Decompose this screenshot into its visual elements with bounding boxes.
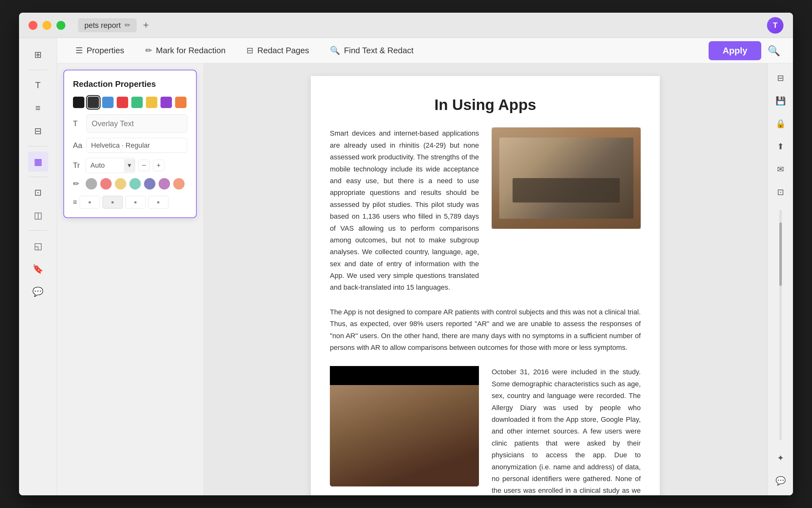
document-image-placeholder-1 (492, 127, 641, 229)
tab-add-button[interactable]: + (143, 19, 149, 31)
mark-for-redaction-label: Mark for Redaction (156, 46, 226, 55)
traffic-lights (29, 21, 65, 30)
size-decrease-button[interactable]: − (138, 160, 150, 171)
properties-label: Properties (87, 46, 124, 55)
color-swatch-green[interactable] (131, 97, 143, 108)
overlay-text-input[interactable] (86, 115, 187, 133)
color-swatch-darkgray[interactable] (87, 97, 99, 108)
right-panel-comment-icon[interactable]: 💬 (772, 472, 789, 489)
find-text-icon: 🔍 (330, 46, 340, 55)
titlebar: pets report ✏ + T (19, 13, 793, 38)
redact-bar (330, 366, 479, 385)
sidebar-stamp-icon[interactable]: ⊡ (28, 182, 48, 203)
sidebar-comment-icon[interactable]: 💬 (28, 282, 48, 302)
color-swatch-black[interactable] (73, 97, 84, 108)
left-sidebar: ⊞ T ≡ ⊟ ▦ ⊡ ◫ ◱ 🔖 💬 (19, 38, 57, 495)
highlight-swatch-purple[interactable] (159, 178, 170, 189)
highlight-swatch-gray[interactable] (86, 178, 97, 189)
align-justify-icon: ≡ (157, 200, 160, 205)
align-left-button[interactable]: ≡ (80, 196, 100, 209)
align-right-icon: ≡ (134, 200, 137, 205)
sidebar-divider-3 (29, 177, 48, 177)
sidebar-annotate-icon[interactable]: T (28, 75, 48, 95)
close-button[interactable] (29, 21, 37, 30)
sidebar-forms-icon[interactable]: ◫ (28, 205, 48, 225)
highlight-icon: ✏ (73, 179, 82, 188)
sidebar-thumbnail-icon[interactable]: ⊞ (28, 44, 48, 65)
right-panel-lock-icon[interactable]: 🔒 (772, 115, 789, 132)
right-panel-upload-icon[interactable]: ⬆ (772, 138, 789, 155)
size-increase-button[interactable]: + (153, 160, 164, 171)
right-panel-export-icon[interactable]: ⊡ (772, 184, 789, 200)
scrollbar-thumb[interactable] (779, 222, 782, 286)
apply-button[interactable]: Apply (708, 41, 761, 60)
color-swatch-blue[interactable] (102, 97, 114, 108)
redact-pages-button[interactable]: ⊟ Redact Pages (238, 42, 318, 59)
mark-for-redaction-button[interactable]: ✏ Mark for Redaction (137, 42, 235, 59)
tab-title: pets report (84, 21, 121, 30)
align-left-icon: ≡ (88, 200, 91, 205)
fill-color-row (73, 97, 187, 108)
align-center-button[interactable]: ≡ (103, 196, 123, 209)
document-paragraph-1: Smart devices and internet-based applica… (330, 127, 479, 293)
highlight-swatch-yellow[interactable] (115, 178, 126, 189)
align-justify-button[interactable]: ≡ (148, 196, 168, 209)
color-swatch-red[interactable] (117, 97, 128, 108)
search-icon[interactable]: 🔍 (764, 42, 783, 60)
document-image-2-container (330, 366, 479, 495)
document-image-1 (492, 127, 641, 293)
document-paragraph-3: October 31, 2016 were included in the st… (492, 366, 641, 495)
size-input-container: ▼ (86, 158, 135, 173)
find-text-redact-button[interactable]: 🔍 Find Text & Redact (321, 42, 422, 59)
sidebar-redact-icon[interactable]: ▦ (28, 152, 48, 172)
redact-pages-label: Redact Pages (257, 46, 309, 55)
document-columns-2: October 31, 2016 were included in the st… (330, 366, 641, 495)
align-center-icon: ≡ (111, 200, 114, 205)
document-paragraph-2: The App is not designed to compare AR pa… (330, 306, 641, 354)
overlay-text-icon: T (73, 119, 82, 128)
right-panel-save-icon[interactable]: 💾 (772, 92, 789, 109)
properties-button[interactable]: ☰ Properties (67, 42, 133, 59)
document-title: In Using Apps (330, 95, 641, 115)
properties-icon: ☰ (76, 46, 83, 55)
find-text-redact-label: Find Text & Redact (344, 46, 413, 55)
tab-pets-report[interactable]: pets report ✏ (78, 18, 137, 32)
properties-panel: Redaction Properties T (64, 70, 197, 218)
highlight-swatch-teal[interactable] (129, 178, 141, 189)
sidebar-bookmark-icon[interactable]: 🔖 (28, 259, 48, 279)
right-panel-document-icon[interactable]: ⊟ (772, 70, 789, 86)
sidebar-pages-icon[interactable]: ◱ (28, 236, 48, 256)
sidebar-divider-2 (29, 146, 48, 146)
color-swatch-orange[interactable] (175, 97, 187, 108)
size-dropdown-button[interactable]: ▼ (124, 159, 135, 172)
redact-pages-icon: ⊟ (246, 46, 254, 55)
alignment-row: ≡ ≡ ≡ ≡ ≡ (73, 196, 187, 209)
size-label: Tr (73, 161, 82, 170)
right-panel-hex-icon[interactable]: ✦ (772, 450, 789, 466)
toolbar: ☰ Properties ✏ Mark for Redaction ⊟ Reda… (57, 38, 793, 64)
minimize-button[interactable] (42, 21, 51, 30)
right-panel: ⊟ 💾 🔒 ⬆ ✉ ⊡ ✦ 💬 (768, 64, 793, 495)
align-right-button[interactable]: ≡ (125, 196, 146, 209)
highlight-color-row: ✏ (73, 178, 187, 189)
main-layout: ⊞ T ≡ ⊟ ▦ ⊡ ◫ ◱ 🔖 💬 ☰ Properties (19, 38, 793, 495)
scrollbar[interactable] (779, 210, 782, 440)
document-page: In Using Apps Smart devices and internet… (311, 76, 660, 495)
sidebar-layers-icon[interactable]: ⊟ (28, 121, 48, 141)
font-row: Aa Helvetica · Regular Arial · Regular T… (73, 138, 187, 153)
content-area: Redaction Properties T (57, 64, 793, 495)
right-panel-mail-icon[interactable]: ✉ (772, 161, 789, 177)
user-avatar[interactable]: T (767, 17, 783, 34)
color-swatch-purple[interactable] (160, 97, 172, 108)
highlight-swatch-coral[interactable] (173, 178, 185, 189)
tab-edit-icon[interactable]: ✏ (125, 21, 130, 30)
highlight-swatch-pink[interactable] (100, 178, 112, 189)
document-area[interactable]: In Using Apps Smart devices and internet… (203, 64, 768, 495)
highlight-swatch-lavender[interactable] (144, 178, 155, 189)
color-swatch-yellow[interactable] (146, 97, 157, 108)
tab-area: pets report ✏ + (78, 18, 761, 32)
sidebar-markup-icon[interactable]: ≡ (28, 98, 48, 118)
maximize-button[interactable] (56, 21, 65, 30)
size-input[interactable] (86, 158, 124, 173)
font-select[interactable]: Helvetica · Regular Arial · Regular Time… (86, 138, 187, 153)
